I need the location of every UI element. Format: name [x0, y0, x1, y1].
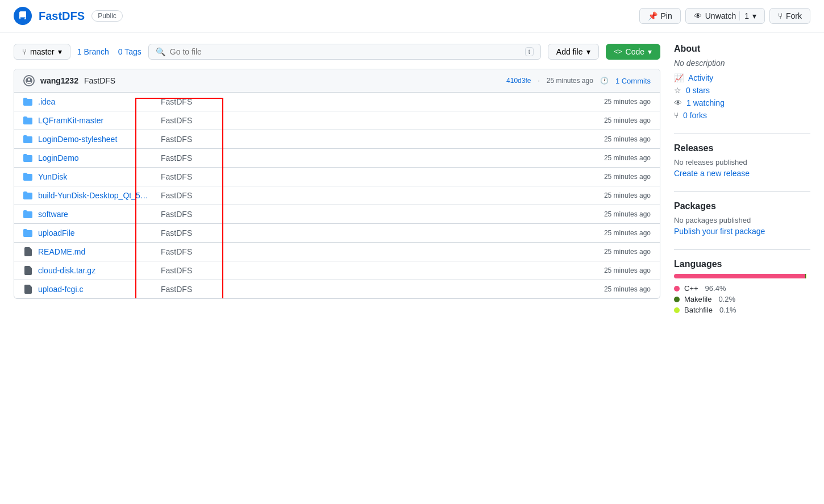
file-commit-msg: FastDFS	[152, 228, 588, 238]
chevron-down-icon: ▾	[648, 47, 652, 56]
add-file-button[interactable]: Add file ▾	[548, 44, 599, 60]
search-input[interactable]	[170, 47, 521, 56]
star-icon: ☆	[674, 86, 681, 95]
commit-time: 25 minutes ago	[547, 77, 593, 85]
file-time: 25 minutes ago	[588, 173, 651, 181]
commit-hash[interactable]: 410d3fe	[506, 77, 531, 85]
create-release-link[interactable]: Create a new release	[674, 169, 750, 178]
forks-link[interactable]: 0 forks	[683, 111, 707, 120]
chevron-down-icon: ▾	[752, 11, 756, 20]
file-time: 25 minutes ago	[588, 229, 651, 237]
activity-item[interactable]: 📈 Activity	[674, 73, 810, 82]
table-row: upload-fcgi.cFastDFS25 minutes ago	[14, 280, 660, 298]
lang-name: C++	[684, 284, 698, 293]
search-shortcut: t	[525, 47, 534, 56]
folder-icon	[23, 153, 32, 163]
file-name[interactable]: upload-fcgi.c	[38, 285, 152, 294]
folder-icon	[23, 191, 32, 200]
file-name[interactable]: YunDisk	[38, 172, 152, 181]
stars-link[interactable]: 0 stars	[686, 86, 710, 95]
activity-link[interactable]: Activity	[688, 73, 713, 82]
file-name[interactable]: README.md	[38, 247, 152, 256]
eye-icon: 👁	[694, 11, 702, 20]
file-commit-msg: FastDFS	[152, 285, 588, 294]
file-time: 25 minutes ago	[588, 248, 651, 256]
table-row: README.mdFastDFS25 minutes ago	[14, 243, 660, 261]
file-commit-msg: FastDFS	[152, 210, 588, 219]
branch-icon: ⑂	[22, 47, 27, 56]
stars-item[interactable]: ☆ 0 stars	[674, 86, 810, 95]
commit-header: wang1232 FastDFS 410d3fe · 25 minutes ag…	[14, 69, 660, 93]
code-button[interactable]: <> Code ▾	[606, 44, 660, 60]
code-icon: <>	[614, 48, 622, 56]
repo-header: FastDFS Public 📌 Pin 👁 Unwatch 1 ▾ ⑂ For…	[0, 0, 824, 32]
repo-icon	[14, 7, 32, 25]
file-time: 25 minutes ago	[588, 135, 651, 143]
file-commit-msg: FastDFS	[152, 247, 588, 256]
watching-link[interactable]: 1 watching	[686, 98, 725, 107]
file-name[interactable]: software	[38, 210, 152, 219]
file-commit-msg: FastDFS	[152, 172, 588, 181]
table-row: .ideaFastDFS25 minutes ago	[14, 93, 660, 111]
table-row: LQFramKit-masterFastDFS25 minutes ago	[14, 111, 660, 130]
file-name[interactable]: cloud-disk.tar.gz	[38, 266, 152, 275]
fork-icon: ⑂	[674, 111, 679, 120]
pin-button[interactable]: 📌 Pin	[639, 8, 681, 24]
file-table: wang1232 FastDFS 410d3fe · 25 minutes ag…	[14, 69, 660, 299]
file-name[interactable]: build-YunDisk-Desktop_Qt_5_15_2_MinGW_64…	[38, 191, 152, 200]
file-commit-msg: FastDFS	[152, 191, 588, 200]
unwatch-button[interactable]: 👁 Unwatch 1 ▾	[685, 8, 765, 24]
file-time: 25 minutes ago	[588, 285, 651, 293]
lang-pct: 96.4%	[705, 284, 726, 293]
branch-selector[interactable]: ⑂ master ▾	[14, 44, 70, 60]
visibility-badge: Public	[91, 10, 123, 22]
file-name[interactable]: LoginDemo-stylesheet	[38, 135, 152, 144]
commit-author[interactable]: wang1232	[40, 76, 78, 85]
table-row: build-YunDisk-Desktop_Qt_5_15_2_MinGW_64…	[14, 186, 660, 205]
toolbar: ⑂ master ▾ 1 Branch 0 Tags 🔍 t Add file …	[14, 44, 660, 60]
search-icon: 🔍	[156, 47, 165, 56]
file-name[interactable]: .idea	[38, 97, 152, 106]
branch-meta: 1 Branch 0 Tags	[77, 47, 142, 56]
file-name[interactable]: LoginDemo	[38, 153, 152, 163]
avatar	[23, 75, 35, 86]
commit-message[interactable]: FastDFS	[84, 76, 115, 85]
folder-icon	[23, 97, 32, 106]
search-box[interactable]: 🔍 t	[148, 44, 541, 60]
publish-package-link[interactable]: Publish your first package	[674, 227, 765, 236]
lang-item: Batchfile0.1%	[674, 306, 810, 314]
file-time: 25 minutes ago	[588, 154, 651, 162]
lang-name: Batchfile	[684, 306, 713, 314]
file-commit-msg: FastDFS	[152, 116, 588, 125]
chevron-down-icon: ▾	[58, 47, 62, 56]
chevron-down-icon: ▾	[586, 47, 590, 56]
file-icon	[23, 285, 32, 294]
repo-name[interactable]: FastDFS	[39, 10, 85, 23]
table-row: YunDiskFastDFS25 minutes ago	[14, 168, 660, 186]
folder-icon	[23, 116, 32, 125]
file-time: 25 minutes ago	[588, 98, 651, 106]
fork-button[interactable]: ⑂ Fork	[769, 8, 810, 24]
file-commit-msg: FastDFS	[152, 266, 588, 275]
clock-icon: 🕐	[600, 77, 609, 85]
language-bar	[674, 274, 810, 278]
commits-link[interactable]: 1 Commits	[615, 77, 651, 85]
file-name[interactable]: LQFramKit-master	[38, 116, 152, 125]
table-row: softwareFastDFS25 minutes ago	[14, 205, 660, 224]
sidebar: About No description 📈 Activity ☆ 0 star…	[674, 44, 810, 328]
folder-icon	[23, 210, 32, 219]
file-commit-msg: FastDFS	[152, 97, 588, 106]
no-description: No description	[674, 59, 810, 68]
releases-section: Releases No releases published Create a …	[674, 143, 810, 178]
watching-item[interactable]: 👁 1 watching	[674, 98, 810, 107]
languages-section: Languages C++96.4%Makefile0.2%Batchfile0…	[674, 259, 810, 314]
forks-item[interactable]: ⑂ 0 forks	[674, 111, 810, 120]
folder-icon	[23, 172, 32, 181]
file-time: 25 minutes ago	[588, 116, 651, 124]
lang-pct: 0.2%	[718, 295, 735, 303]
lang-item: Makefile0.2%	[674, 295, 810, 303]
tag-count-link[interactable]: 0 Tags	[118, 47, 142, 56]
file-name[interactable]: uploadFile	[38, 228, 152, 238]
header-actions: 📌 Pin 👁 Unwatch 1 ▾ ⑂ Fork	[639, 8, 811, 24]
branch-count-link[interactable]: 1 Branch	[77, 47, 109, 56]
